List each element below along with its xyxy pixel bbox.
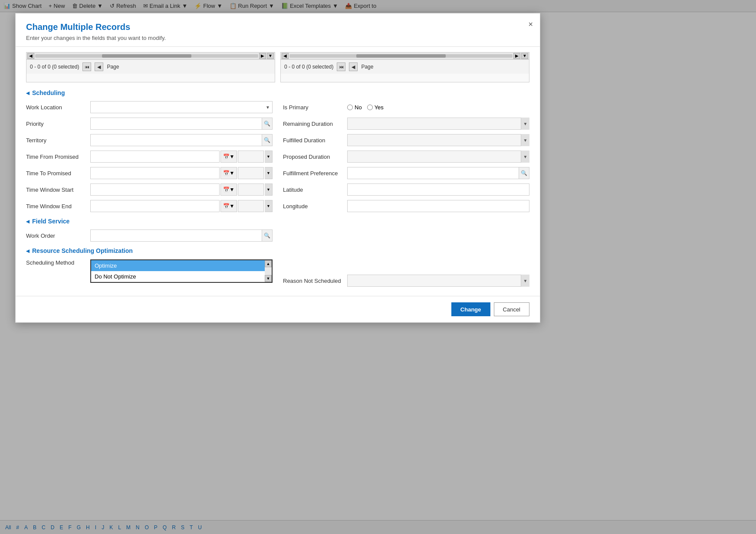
time-window-start-time[interactable] <box>238 183 264 196</box>
scheduling-toggle[interactable]: ◀ <box>26 91 30 95</box>
time-window-end-picker[interactable]: 📅▼ <box>220 200 237 212</box>
subgrid1-first-btn[interactable]: ⏮ <box>82 62 91 71</box>
is-primary-no-radio[interactable] <box>347 105 353 110</box>
dropdown-scroll-down[interactable]: ▼ <box>265 275 272 282</box>
subgrid2-prev-btn[interactable]: ◀ <box>349 62 358 71</box>
vscroll-btn-2[interactable]: ▼ <box>521 53 528 59</box>
subgrid1-hscroll[interactable]: ◀ ▶ ▼ <box>26 52 275 59</box>
priority-input[interactable] <box>91 118 262 129</box>
scroll-left-btn-2[interactable]: ◀ <box>282 53 289 59</box>
time-to-promised-field: 📅▼ ▼ <box>90 167 273 179</box>
modal-close-button[interactable]: × <box>528 20 533 28</box>
modal-title: Change Multiple Records <box>26 22 529 32</box>
is-primary-no-option[interactable]: No <box>347 104 362 111</box>
reason-not-scheduled-arrow[interactable]: ▼ <box>521 275 529 287</box>
scheduling-method-label: Scheduling Method <box>26 259 87 266</box>
modal-header: Change Multiple Records Enter your chang… <box>16 13 540 47</box>
territory-lookup: 🔍 <box>90 134 273 146</box>
subgrid1-footer: 0 - 0 of 0 (0 selected) ⏮ ◀ Page <box>26 59 275 74</box>
fulfilled-duration-input[interactable] <box>347 134 529 146</box>
cancel-button[interactable]: Cancel <box>494 302 529 316</box>
work-order-input[interactable] <box>91 230 262 241</box>
modal-footer: Change Cancel <box>16 296 540 322</box>
field-service-form-grid: Work Order 🔍 <box>26 229 529 242</box>
work-order-lookup-btn[interactable]: 🔍 <box>262 230 272 241</box>
time-from-promised-picker[interactable]: 📅▼ <box>220 151 237 163</box>
fulfilled-duration-field: ▼ <box>347 134 529 146</box>
vscroll-btn-1[interactable]: ▼ <box>267 53 274 59</box>
rso-toggle[interactable]: ◀ <box>26 249 30 253</box>
scroll-left-btn-1[interactable]: ◀ <box>27 53 34 59</box>
scheduling-method-dropdown-container: Optimize Do Not Optimize ▲ ▼ <box>90 259 273 283</box>
dropdown-scroll-up[interactable]: ▲ <box>265 260 272 267</box>
reason-not-scheduled-label: Reason Not Scheduled <box>283 278 344 284</box>
time-window-end-date[interactable] <box>90 200 220 212</box>
is-primary-yes-label: Yes <box>375 104 384 111</box>
remaining-duration-field: ▼ <box>347 118 529 130</box>
remaining-duration-input[interactable] <box>347 118 529 130</box>
time-from-promised-field: 📅▼ ▼ <box>90 151 273 163</box>
is-primary-yes-option[interactable]: Yes <box>367 104 384 111</box>
proposed-duration-input[interactable] <box>347 151 529 163</box>
is-primary-radio-group: No Yes <box>347 104 384 111</box>
territory-row: Territory 🔍 <box>26 134 273 147</box>
territory-lookup-btn[interactable]: 🔍 <box>262 134 272 146</box>
change-button[interactable]: Change <box>451 302 490 316</box>
subgrid1-prev-btn[interactable]: ◀ <box>95 62 103 71</box>
time-to-promised-label: Time To Promised <box>26 170 87 177</box>
remaining-duration-row: Remaining Duration ▼ <box>283 117 529 130</box>
scroll-thumb-2 <box>356 54 446 58</box>
scroll-track-2 <box>289 54 513 58</box>
fulfillment-preference-lookup-btn[interactable]: 🔍 <box>519 167 529 179</box>
latitude-input[interactable] <box>347 183 529 196</box>
scroll-right-btn-2[interactable]: ▶ <box>513 53 520 59</box>
longitude-label: Longitude <box>283 203 344 210</box>
priority-lookup: 🔍 <box>90 118 273 130</box>
scroll-thumb-1 <box>102 54 191 58</box>
latitude-row: Latitude <box>283 183 529 196</box>
time-from-promised-date[interactable] <box>90 151 220 163</box>
fulfillment-preference-input[interactable] <box>348 167 519 179</box>
fulfillment-preference-lookup: 🔍 <box>347 167 529 179</box>
time-to-promised-time-arrow[interactable]: ▼ <box>265 167 273 179</box>
reason-not-scheduled-input[interactable] <box>347 275 529 287</box>
time-window-start-picker[interactable]: 📅▼ <box>220 183 237 196</box>
work-order-label: Work Order <box>26 233 87 239</box>
dropdown-option-do-not-optimize[interactable]: Do Not Optimize <box>91 271 265 282</box>
subgrid-area: ◀ ▶ ▼ 0 - 0 of 0 (0 selected) ⏮ ◀ Page <box>26 52 529 82</box>
fulfilled-duration-label: Fulfilled Duration <box>283 137 344 144</box>
time-window-start-date[interactable] <box>90 183 220 196</box>
time-to-promised-picker[interactable]: 📅▼ <box>220 167 237 179</box>
scroll-right-btn-1[interactable]: ▶ <box>259 53 266 59</box>
work-location-select-wrapper: ▼ <box>90 101 273 113</box>
subgrid2-first-btn[interactable]: ⏮ <box>337 62 345 71</box>
time-window-end-time-arrow[interactable]: ▼ <box>265 200 273 212</box>
field-service-toggle[interactable]: ◀ <box>26 219 30 224</box>
subgrid1-pagination: 0 - 0 of 0 (0 selected) <box>30 64 79 70</box>
is-primary-no-label: No <box>355 104 362 111</box>
remaining-duration-arrow[interactable]: ▼ <box>521 118 529 130</box>
work-location-select[interactable] <box>90 101 273 113</box>
is-primary-yes-radio[interactable] <box>367 105 373 110</box>
time-window-end-label: Time Window End <box>26 203 87 210</box>
time-to-promised-date[interactable] <box>90 167 220 179</box>
scheduling-method-listbox[interactable]: Optimize Do Not Optimize ▲ ▼ <box>90 259 273 283</box>
work-location-row: Work Location ▼ <box>26 101 273 114</box>
territory-input[interactable] <box>91 134 262 146</box>
field-service-label: Field Service <box>32 218 69 225</box>
proposed-duration-arrow[interactable]: ▼ <box>521 151 529 163</box>
time-window-end-time[interactable] <box>238 200 264 212</box>
priority-lookup-btn[interactable]: 🔍 <box>262 118 272 129</box>
fulfilled-duration-row: Fulfilled Duration ▼ <box>283 134 529 147</box>
dropdown-option-optimize[interactable]: Optimize <box>91 260 265 271</box>
time-window-start-time-arrow[interactable]: ▼ <box>265 183 273 196</box>
subgrid2-hscroll[interactable]: ◀ ▶ ▼ <box>281 52 529 59</box>
time-from-promised-time-arrow[interactable]: ▼ <box>265 151 273 163</box>
longitude-input[interactable] <box>347 200 529 212</box>
time-to-promised-time[interactable] <box>238 167 264 179</box>
time-from-promised-time[interactable] <box>238 151 264 163</box>
subgrid1-page-label: Page <box>107 64 119 70</box>
time-from-promised-row: Time From Promised 📅▼ ▼ <box>26 150 273 163</box>
fulfilled-duration-arrow[interactable]: ▼ <box>521 134 529 146</box>
subgrid2-pagination: 0 - 0 of 0 (0 selected) <box>284 64 333 70</box>
